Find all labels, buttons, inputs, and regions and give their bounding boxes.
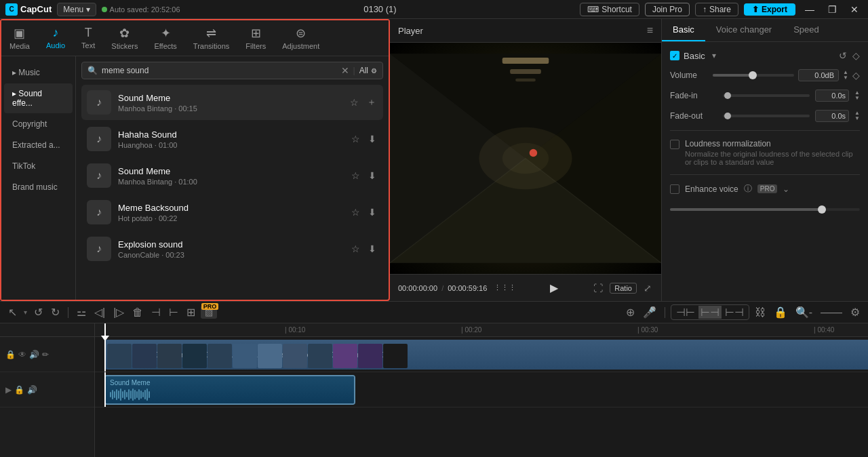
tab-voice-changer[interactable]: Voice changer [705, 19, 783, 41]
restore-button[interactable]: ❐ [824, 4, 841, 15]
bottom-slider-thumb[interactable] [818, 205, 826, 214]
fade-out-value: 0.0s [815, 110, 849, 122]
all-filter-button[interactable]: All ⚙ [359, 66, 377, 75]
fade-out-slider[interactable] [723, 115, 810, 117]
toolbar-item-adjustment[interactable]: ⊜ Adjustment [274, 23, 328, 53]
play-button[interactable]: ▶ [549, 280, 559, 296]
shortcut-button[interactable]: ⌨ Shortcut [580, 3, 639, 16]
delete-btn[interactable]: 🗑 [130, 305, 146, 320]
player-menu-icon[interactable]: ≡ [647, 24, 653, 37]
toolbar-item-audio[interactable]: ♪ Audio [38, 23, 73, 53]
video-lock-btn[interactable]: 🔒 [5, 350, 16, 359]
video-preview [390, 43, 661, 274]
tab-speed[interactable]: Speed [783, 19, 830, 41]
favorite-button-3[interactable]: ☆ [350, 169, 361, 182]
toolbar-item-text[interactable]: T Text [73, 23, 103, 53]
favorite-button-5[interactable]: ☆ [350, 242, 361, 256]
volume-diamond-btn[interactable]: ◇ [852, 70, 860, 81]
search-input[interactable] [102, 66, 337, 75]
sound-item-1[interactable]: ♪ Sound Meme Manhoa Bintang · 00:15 ☆ ＋ [81, 85, 383, 120]
fade-out-down-btn[interactable]: ▼ [854, 116, 860, 121]
fade-in-thumb[interactable] [724, 92, 731, 99]
export-button[interactable]: ⬆ Export [744, 3, 795, 16]
ratio-button[interactable]: Ratio [610, 283, 637, 294]
toolbar-item-media[interactable]: ▣ Media [1, 23, 38, 53]
favorite-button-2[interactable]: ☆ [350, 132, 361, 146]
split-btn[interactable]: ⚍ [74, 304, 89, 320]
shrink-left-btn[interactable]: ⊣ [149, 304, 163, 320]
audio-play-btn[interactable]: ▶ [5, 385, 12, 395]
toolbar-item-stickers[interactable]: ✿ Stickers [103, 23, 146, 53]
reset-icon-btn[interactable]: ↺ [839, 50, 847, 61]
audio-lock-btn[interactable]: 🔒 [14, 385, 24, 395]
video-edit-btn[interactable]: ✏ [42, 350, 49, 359]
audio-vol-btn[interactable]: 🔊 [27, 385, 37, 395]
sidebar-item-tiktok[interactable]: TikTok [4, 156, 73, 176]
thumb-2 [132, 344, 157, 368]
lock-btn[interactable]: 🔒 [771, 304, 790, 320]
download-button-2[interactable]: ⬇ [367, 132, 378, 146]
fade-out-thumb[interactable] [724, 113, 731, 119]
video-vol-btn[interactable]: 🔊 [29, 350, 39, 359]
share-button[interactable]: ↑ Share [695, 3, 738, 16]
sidebar-item-music[interactable]: ▸ Music [4, 62, 73, 83]
favorite-button-1[interactable]: ☆ [349, 96, 360, 109]
sound-item-3[interactable]: ♪ Sound Meme Manhoa Bintang · 01:00 ☆ ⬇ [81, 158, 383, 193]
toolbar-item-effects[interactable]: ✦ Effects [146, 23, 184, 53]
volume-thumb[interactable] [749, 71, 757, 79]
select-tool-btn[interactable]: ↖ [5, 304, 20, 320]
sidebar-item-brand-music[interactable]: Brand music [4, 177, 73, 197]
download-button-5[interactable]: ⬇ [367, 242, 378, 256]
sound-item-4[interactable]: ♪ Meme Backsound Hot potato · 00:22 ☆ ⬇ [81, 195, 383, 230]
join-pro-button[interactable]: Join Pro [645, 3, 690, 16]
fade-in-slider[interactable] [723, 94, 810, 97]
expand-btn[interactable]: ⊞ [184, 304, 198, 320]
fade-in-down-btn[interactable]: ▼ [854, 96, 860, 101]
sidebar-item-copyright[interactable]: Copyright [4, 114, 73, 134]
tab-basic[interactable]: Basic [662, 19, 705, 41]
enhance-checkbox[interactable] [670, 184, 679, 194]
sound-item-2[interactable]: ♪ Hahaha Sound Huanghoa · 01:00 ☆ ⬇ [81, 121, 383, 157]
video-clip[interactable]: Learn How to Create Amazing Content usin… [104, 340, 868, 370]
video-eye-btn[interactable]: 👁 [18, 350, 26, 359]
section-checkbox[interactable]: ✓ [670, 51, 679, 60]
menu-button[interactable]: Menu ▾ [57, 3, 96, 16]
close-button[interactable]: ✕ [846, 4, 863, 15]
minimize-button[interactable]: — [801, 4, 818, 15]
volume-down-btn[interactable]: ▼ [843, 75, 848, 81]
download-button-3[interactable]: ⬇ [367, 169, 378, 182]
shrink-right-btn[interactable]: ⊢ [166, 304, 181, 320]
toolbar-item-transitions[interactable]: ⇌ Transitions [185, 23, 237, 53]
undo-btn[interactable]: ↺ [31, 304, 45, 320]
clip-right-btn[interactable]: ⊢⊣ [723, 306, 746, 319]
clip-center-btn[interactable]: ⊢⊣ [698, 306, 722, 319]
magnet-btn[interactable]: ⊕ [623, 304, 637, 320]
sidebar-item-extracted[interactable]: Extracted a... [4, 135, 73, 155]
zoom-out-btn[interactable]: 🔍- [793, 304, 815, 320]
fullscreen-icon-btn[interactable]: ⛶ [592, 281, 604, 295]
toolbar-item-filters[interactable]: ⊞ Filters [237, 23, 274, 53]
search-clear-icon[interactable]: ✕ [341, 65, 349, 76]
diamond-icon-btn[interactable]: ◇ [852, 50, 860, 61]
add-button-1[interactable]: ＋ [366, 95, 378, 110]
sound-item-5[interactable]: ♪ Explosion sound CanonCable · 00:23 ☆ ⬇ [81, 231, 383, 266]
wave-bar-1 [110, 392, 111, 397]
sidebar-item-sound-effects[interactable]: ▸ Sound effe... [4, 83, 73, 113]
zoom-slider-btn[interactable]: —— [818, 305, 845, 320]
clip-left-btn[interactable]: ⊣⊢ [674, 306, 697, 319]
volume-slider[interactable] [713, 74, 794, 77]
favorite-button-4[interactable]: ☆ [350, 205, 361, 219]
link-btn[interactable]: ⛓ [752, 305, 768, 320]
download-button-4[interactable]: ⬇ [367, 205, 378, 219]
sound-info-5: Explosion sound CanonCable · 00:23 [118, 239, 343, 259]
timeline-settings-btn[interactable]: ⚙ [848, 304, 863, 320]
mic-btn[interactable]: 🎤 [640, 304, 659, 320]
split-right-btn[interactable]: |▷ [111, 304, 127, 320]
split-left-btn[interactable]: ◁| [92, 304, 108, 320]
audio-track-label: ▶ 🔒 🔊 [0, 372, 94, 408]
audio-clip[interactable]: Sound Meme [104, 375, 355, 405]
expand-icon-btn[interactable]: ⤢ [642, 281, 653, 295]
redo-btn[interactable]: ↻ [48, 304, 62, 320]
bottom-slider[interactable] [670, 208, 860, 211]
loudness-checkbox[interactable] [670, 140, 679, 149]
